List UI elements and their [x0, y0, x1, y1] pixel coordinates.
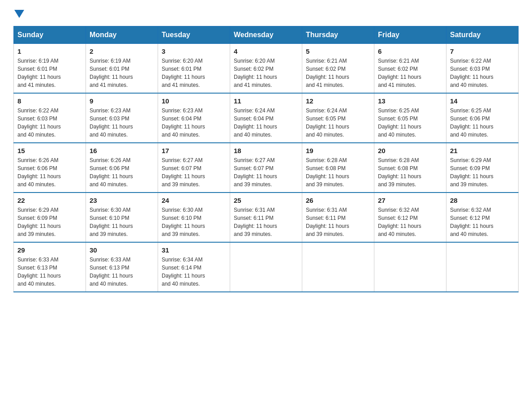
calendar-cell: 3 Sunrise: 6:20 AM Sunset: 6:01 PM Dayli… [158, 44, 230, 94]
day-info: Sunrise: 6:26 AM Sunset: 6:06 PM Dayligh… [90, 156, 154, 188]
day-info: Sunrise: 6:34 AM Sunset: 6:14 PM Dayligh… [162, 256, 226, 288]
day-info: Sunrise: 6:20 AM Sunset: 6:02 PM Dayligh… [234, 57, 298, 89]
day-number: 28 [450, 197, 515, 204]
weekday-header-saturday: Saturday [446, 26, 519, 44]
calendar-cell [374, 242, 446, 292]
week-row-4: 22 Sunrise: 6:29 AM Sunset: 6:09 PM Dayl… [14, 193, 519, 242]
calendar-cell: 14 Sunrise: 6:25 AM Sunset: 6:06 PM Dayl… [446, 93, 519, 143]
day-number: 31 [162, 246, 226, 254]
day-number: 29 [17, 246, 82, 254]
day-info: Sunrise: 6:25 AM Sunset: 6:05 PM Dayligh… [378, 107, 442, 139]
day-number: 11 [234, 97, 298, 105]
calendar-cell: 30 Sunrise: 6:33 AM Sunset: 6:13 PM Dayl… [86, 242, 158, 292]
weekday-header-row: SundayMondayTuesdayWednesdayThursdayFrid… [14, 26, 519, 44]
logo-triangle-icon [14, 10, 24, 20]
day-number: 12 [306, 97, 370, 105]
weekday-header-tuesday: Tuesday [158, 26, 230, 44]
calendar-cell: 25 Sunrise: 6:31 AM Sunset: 6:11 PM Dayl… [230, 193, 302, 242]
day-number: 17 [162, 147, 226, 154]
calendar-cell: 23 Sunrise: 6:30 AM Sunset: 6:10 PM Dayl… [86, 193, 158, 242]
day-info: Sunrise: 6:19 AM Sunset: 6:01 PM Dayligh… [90, 57, 154, 89]
day-info: Sunrise: 6:19 AM Sunset: 6:01 PM Dayligh… [17, 57, 82, 89]
week-row-5: 29 Sunrise: 6:33 AM Sunset: 6:13 PM Dayl… [14, 242, 519, 292]
day-info: Sunrise: 6:27 AM Sunset: 6:07 PM Dayligh… [234, 156, 298, 188]
calendar-cell: 8 Sunrise: 6:22 AM Sunset: 6:03 PM Dayli… [14, 93, 86, 143]
weekday-header-monday: Monday [86, 26, 158, 44]
page-header [13, 9, 519, 17]
day-number: 6 [378, 47, 442, 55]
day-number: 20 [378, 147, 442, 154]
week-row-2: 8 Sunrise: 6:22 AM Sunset: 6:03 PM Dayli… [14, 93, 519, 143]
day-info: Sunrise: 6:21 AM Sunset: 6:02 PM Dayligh… [306, 57, 370, 89]
calendar-cell: 29 Sunrise: 6:33 AM Sunset: 6:13 PM Dayl… [14, 242, 86, 292]
day-info: Sunrise: 6:29 AM Sunset: 6:09 PM Dayligh… [450, 156, 515, 188]
day-number: 25 [234, 197, 298, 204]
calendar-cell: 22 Sunrise: 6:29 AM Sunset: 6:09 PM Dayl… [14, 193, 86, 242]
day-number: 22 [17, 197, 82, 204]
day-number: 27 [378, 197, 442, 204]
calendar-cell [446, 242, 519, 292]
day-number: 9 [90, 97, 154, 105]
day-info: Sunrise: 6:32 AM Sunset: 6:12 PM Dayligh… [378, 206, 442, 238]
weekday-header-friday: Friday [374, 26, 446, 44]
calendar-cell: 19 Sunrise: 6:28 AM Sunset: 6:08 PM Dayl… [302, 143, 374, 193]
day-info: Sunrise: 6:33 AM Sunset: 6:13 PM Dayligh… [17, 256, 82, 288]
day-info: Sunrise: 6:28 AM Sunset: 6:08 PM Dayligh… [378, 156, 442, 188]
calendar-cell: 10 Sunrise: 6:23 AM Sunset: 6:04 PM Dayl… [158, 93, 230, 143]
calendar-cell: 12 Sunrise: 6:24 AM Sunset: 6:05 PM Dayl… [302, 93, 374, 143]
day-number: 16 [90, 147, 154, 154]
day-number: 5 [306, 47, 370, 55]
day-info: Sunrise: 6:30 AM Sunset: 6:10 PM Dayligh… [90, 206, 154, 238]
day-info: Sunrise: 6:29 AM Sunset: 6:09 PM Dayligh… [17, 206, 82, 238]
day-number: 13 [378, 97, 442, 105]
day-info: Sunrise: 6:22 AM Sunset: 6:03 PM Dayligh… [17, 107, 82, 139]
week-row-3: 15 Sunrise: 6:26 AM Sunset: 6:06 PM Dayl… [14, 143, 519, 193]
day-info: Sunrise: 6:33 AM Sunset: 6:13 PM Dayligh… [90, 256, 154, 288]
day-info: Sunrise: 6:24 AM Sunset: 6:05 PM Dayligh… [306, 107, 370, 139]
day-info: Sunrise: 6:24 AM Sunset: 6:04 PM Dayligh… [234, 107, 298, 139]
day-info: Sunrise: 6:20 AM Sunset: 6:01 PM Dayligh… [162, 57, 226, 89]
day-number: 1 [17, 47, 82, 55]
calendar-cell: 1 Sunrise: 6:19 AM Sunset: 6:01 PM Dayli… [14, 44, 86, 94]
day-number: 8 [17, 97, 82, 105]
calendar-cell: 18 Sunrise: 6:27 AM Sunset: 6:07 PM Dayl… [230, 143, 302, 193]
calendar-cell: 20 Sunrise: 6:28 AM Sunset: 6:08 PM Dayl… [374, 143, 446, 193]
day-info: Sunrise: 6:28 AM Sunset: 6:08 PM Dayligh… [306, 156, 370, 188]
calendar-cell: 6 Sunrise: 6:21 AM Sunset: 6:02 PM Dayli… [374, 44, 446, 94]
calendar-cell: 31 Sunrise: 6:34 AM Sunset: 6:14 PM Dayl… [158, 242, 230, 292]
calendar-cell: 26 Sunrise: 6:31 AM Sunset: 6:11 PM Dayl… [302, 193, 374, 242]
day-number: 18 [234, 147, 298, 154]
day-info: Sunrise: 6:23 AM Sunset: 6:04 PM Dayligh… [162, 107, 226, 139]
day-number: 3 [162, 47, 226, 55]
day-number: 4 [234, 47, 298, 55]
day-number: 15 [17, 147, 82, 154]
calendar-cell: 21 Sunrise: 6:29 AM Sunset: 6:09 PM Dayl… [446, 143, 519, 193]
calendar-cell: 15 Sunrise: 6:26 AM Sunset: 6:06 PM Dayl… [14, 143, 86, 193]
calendar-cell: 4 Sunrise: 6:20 AM Sunset: 6:02 PM Dayli… [230, 44, 302, 94]
calendar-cell: 13 Sunrise: 6:25 AM Sunset: 6:05 PM Dayl… [374, 93, 446, 143]
calendar-cell [230, 242, 302, 292]
calendar-cell: 28 Sunrise: 6:32 AM Sunset: 6:12 PM Dayl… [446, 193, 519, 242]
day-number: 19 [306, 147, 370, 154]
calendar-cell [302, 242, 374, 292]
calendar-cell: 7 Sunrise: 6:22 AM Sunset: 6:03 PM Dayli… [446, 44, 519, 94]
day-number: 21 [450, 147, 515, 154]
calendar-cell: 5 Sunrise: 6:21 AM Sunset: 6:02 PM Dayli… [302, 44, 374, 94]
calendar-cell: 16 Sunrise: 6:26 AM Sunset: 6:06 PM Dayl… [86, 143, 158, 193]
calendar-cell: 11 Sunrise: 6:24 AM Sunset: 6:04 PM Dayl… [230, 93, 302, 143]
svg-marker-0 [14, 10, 24, 18]
day-number: 23 [90, 197, 154, 204]
calendar-cell: 17 Sunrise: 6:27 AM Sunset: 6:07 PM Dayl… [158, 143, 230, 193]
calendar-cell: 9 Sunrise: 6:23 AM Sunset: 6:03 PM Dayli… [86, 93, 158, 143]
day-info: Sunrise: 6:31 AM Sunset: 6:11 PM Dayligh… [234, 206, 298, 238]
day-number: 14 [450, 97, 515, 105]
day-info: Sunrise: 6:22 AM Sunset: 6:03 PM Dayligh… [450, 57, 515, 89]
day-info: Sunrise: 6:25 AM Sunset: 6:06 PM Dayligh… [450, 107, 515, 139]
day-info: Sunrise: 6:27 AM Sunset: 6:07 PM Dayligh… [162, 156, 226, 188]
day-number: 2 [90, 47, 154, 55]
weekday-header-wednesday: Wednesday [230, 26, 302, 44]
calendar-cell: 24 Sunrise: 6:30 AM Sunset: 6:10 PM Dayl… [158, 193, 230, 242]
calendar-cell: 2 Sunrise: 6:19 AM Sunset: 6:01 PM Dayli… [86, 44, 158, 94]
day-number: 24 [162, 197, 226, 204]
day-info: Sunrise: 6:21 AM Sunset: 6:02 PM Dayligh… [378, 57, 442, 89]
